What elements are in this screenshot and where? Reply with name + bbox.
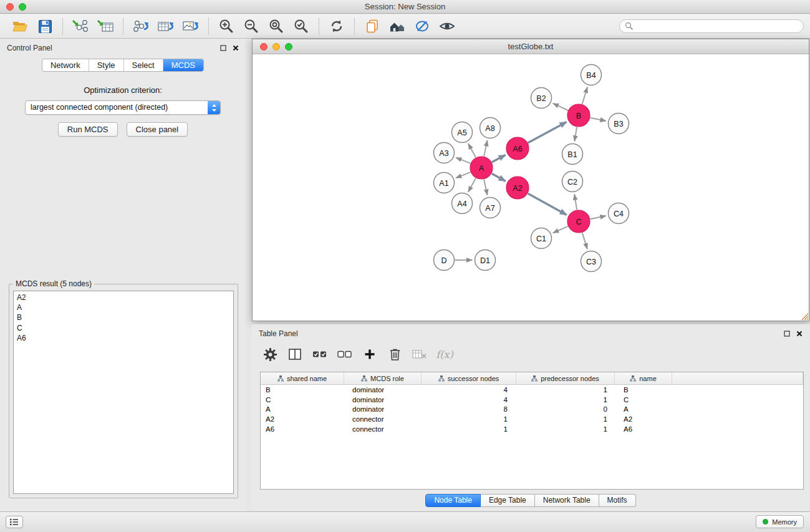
tab-motifs[interactable]: Motifs <box>599 494 636 507</box>
zoom-selected-button[interactable] <box>289 16 314 36</box>
save-session-button[interactable] <box>32 16 57 36</box>
graph-node-C[interactable]: C <box>567 210 590 233</box>
graph-node-B[interactable]: B <box>567 104 590 127</box>
float-panel-button[interactable] <box>220 45 226 51</box>
tab-node-table[interactable]: Node Table <box>425 494 481 507</box>
graph-edge-A-A7[interactable] <box>484 180 488 195</box>
graph-node-C4[interactable]: C4 <box>609 203 629 224</box>
zoom-fit-button[interactable] <box>264 16 289 36</box>
graph-node-B1[interactable]: B1 <box>562 144 583 165</box>
column-header-successor-nodes[interactable]: successor nodes <box>422 372 516 384</box>
graph-node-A7[interactable]: A7 <box>480 198 501 218</box>
close-window-button[interactable] <box>6 3 14 11</box>
graph-node-A2[interactable]: A2 <box>506 177 529 199</box>
graph-node-A8[interactable]: A8 <box>480 118 501 138</box>
float-table-panel-button[interactable] <box>784 331 790 337</box>
zoom-in-button[interactable] <box>214 16 239 36</box>
run-mcds-button[interactable]: Run MCDS <box>58 122 118 137</box>
graph-edge-A-A4[interactable] <box>468 178 476 192</box>
hide-style-button[interactable] <box>410 16 435 36</box>
table-settings-button[interactable] <box>262 346 278 362</box>
select-all-button[interactable] <box>312 346 328 362</box>
mcds-result-item[interactable]: A <box>14 302 233 312</box>
graph-node-C2[interactable]: C2 <box>562 172 583 192</box>
table-row[interactable]: Bdominator41B <box>261 385 803 395</box>
export-image-button[interactable] <box>178 16 203 36</box>
network-canvas[interactable]: B4B2BB3A5A8A6B1A3AC2A1A2A4A7C4CC1C3DD1 <box>253 54 809 321</box>
column-header-predecessor-nodes[interactable]: predecessor nodes <box>516 372 615 384</box>
close-network-button[interactable] <box>260 43 268 51</box>
graph-edge-C-C3[interactable] <box>582 233 587 249</box>
export-network-button[interactable] <box>128 16 153 36</box>
close-mcds-panel-button[interactable]: Close panel <box>127 122 188 137</box>
export-table-button[interactable] <box>153 16 178 36</box>
new-column-button[interactable] <box>362 346 378 362</box>
import-table-button[interactable] <box>93 16 118 36</box>
tab-network-table[interactable]: Network Table <box>535 494 599 507</box>
graph-node-D[interactable]: D <box>434 250 455 271</box>
tab-network[interactable]: Network <box>42 59 89 71</box>
graph-edge-A-A2[interactable] <box>492 173 506 181</box>
tab-select[interactable]: Select <box>123 59 163 71</box>
resize-grip-icon[interactable] <box>800 312 809 321</box>
graph-node-A5[interactable]: A5 <box>452 122 473 143</box>
graph-node-B2[interactable]: B2 <box>531 88 552 109</box>
graph-node-A3[interactable]: A3 <box>434 143 455 163</box>
graph-edge-B-B1[interactable] <box>574 127 577 142</box>
graph-edge-B-B4[interactable] <box>582 87 587 104</box>
table-row[interactable]: A6connector11A6 <box>261 424 803 434</box>
mcds-result-item[interactable]: C <box>14 323 233 333</box>
mcds-result-item[interactable]: B <box>14 312 233 322</box>
zoom-window-button[interactable] <box>19 3 26 11</box>
show-details-button[interactable] <box>435 16 460 36</box>
column-header-shared-name[interactable]: shared name <box>261 372 344 384</box>
table-row[interactable]: Adominator80A <box>261 405 803 415</box>
delete-column-button[interactable] <box>387 346 403 362</box>
graph-node-A[interactable]: A <box>470 157 493 179</box>
graph-edge-A-A8[interactable] <box>484 140 488 156</box>
column-header-name[interactable]: name <box>615 372 672 384</box>
graph-node-A1[interactable]: A1 <box>434 173 455 193</box>
graph-node-A4[interactable]: A4 <box>452 193 473 214</box>
memory-button[interactable]: Memory <box>756 515 804 528</box>
graph-node-A6[interactable]: A6 <box>506 137 529 160</box>
graph-edge-A6-B[interactable] <box>528 122 567 143</box>
graph-edge-C-C2[interactable] <box>574 194 577 210</box>
zoom-network-button[interactable] <box>285 43 292 51</box>
open-session-button[interactable] <box>7 16 32 36</box>
import-network-button[interactable] <box>68 16 93 36</box>
graph-edge-A-A6[interactable] <box>492 155 506 162</box>
graph-node-B4[interactable]: B4 <box>581 65 602 85</box>
table-row[interactable]: A2connector11A2 <box>261 414 803 424</box>
show-columns-button[interactable] <box>287 346 303 362</box>
column-header-MCDS-role[interactable]: MCDS role <box>344 372 422 384</box>
deselect-all-button[interactable] <box>337 346 353 362</box>
graph-node-C3[interactable]: C3 <box>581 251 602 272</box>
graph-svg[interactable]: B4B2BB3A5A8A6B1A3AC2A1A2A4A7C4CC1C3DD1 <box>253 54 809 321</box>
close-table-panel-button[interactable] <box>796 331 803 337</box>
graph-node-B3[interactable]: B3 <box>609 114 629 134</box>
mcds-result-item[interactable]: A2 <box>14 293 233 302</box>
graph-edge-C-C1[interactable] <box>553 226 568 233</box>
tab-mcds[interactable]: MCDS <box>163 59 203 71</box>
graph-edge-C-C4[interactable] <box>591 216 606 219</box>
graph-edge-A-A5[interactable] <box>468 143 476 157</box>
graph-edge-B-B2[interactable] <box>553 104 568 110</box>
mcds-result-item[interactable]: A6 <box>14 333 233 343</box>
tab-edge-table[interactable]: Edge Table <box>481 494 535 507</box>
home-button[interactable] <box>385 16 410 36</box>
graph-edge-A2-C[interactable] <box>528 193 567 215</box>
zoom-out-button[interactable] <box>239 16 264 36</box>
close-panel-button[interactable] <box>233 45 239 51</box>
copy-button[interactable] <box>360 16 385 36</box>
task-history-button[interactable] <box>6 516 23 528</box>
table-row[interactable]: Cdominator41C <box>261 395 803 405</box>
minimize-network-button[interactable] <box>272 43 280 51</box>
graph-edge-B-B3[interactable] <box>591 118 606 121</box>
graph-node-D1[interactable]: D1 <box>475 250 496 271</box>
tab-style[interactable]: Style <box>89 59 123 71</box>
graph-node-C1[interactable]: C1 <box>531 228 552 249</box>
search-input[interactable] <box>637 22 798 31</box>
criterion-select[interactable]: largest connected component (directed) <box>25 100 221 115</box>
graph-edge-A-A3[interactable] <box>456 158 470 163</box>
